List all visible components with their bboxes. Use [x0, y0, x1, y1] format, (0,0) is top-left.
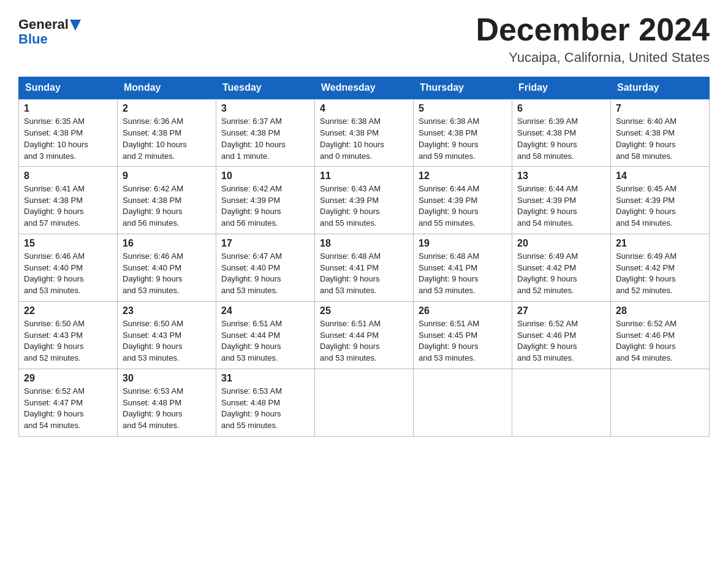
day-number: 9 [123, 170, 211, 182]
calendar-cell: 17Sunrise: 6:47 AMSunset: 4:40 PMDayligh… [216, 234, 315, 301]
day-info: Sunrise: 6:52 AMSunset: 4:46 PMDaylight:… [616, 318, 704, 364]
day-info: Sunrise: 6:50 AMSunset: 4:43 PMDaylight:… [123, 318, 211, 364]
calendar-cell [414, 369, 512, 436]
day-info: Sunrise: 6:45 AMSunset: 4:39 PMDaylight:… [616, 183, 704, 229]
calendar-cell: 16Sunrise: 6:46 AMSunset: 4:40 PMDayligh… [118, 234, 216, 301]
day-info: Sunrise: 6:47 AMSunset: 4:40 PMDaylight:… [221, 251, 309, 297]
calendar-cell: 26Sunrise: 6:51 AMSunset: 4:45 PMDayligh… [414, 301, 512, 369]
day-number: 5 [419, 103, 507, 114]
day-number: 10 [221, 170, 309, 182]
day-info: Sunrise: 6:36 AMSunset: 4:38 PMDaylight:… [123, 116, 211, 162]
day-info: Sunrise: 6:46 AMSunset: 4:40 PMDaylight:… [123, 251, 211, 297]
day-info: Sunrise: 6:52 AMSunset: 4:47 PMDaylight:… [24, 386, 112, 432]
day-info: Sunrise: 6:42 AMSunset: 4:38 PMDaylight:… [123, 183, 211, 229]
weekday-header-thursday: Thursday [414, 77, 512, 99]
day-info: Sunrise: 6:53 AMSunset: 4:48 PMDaylight:… [221, 386, 309, 432]
logo-blue: Blue [18, 32, 48, 47]
calendar-cell: 30Sunrise: 6:53 AMSunset: 4:48 PMDayligh… [118, 369, 216, 436]
day-number: 8 [24, 170, 112, 182]
day-number: 28 [616, 305, 704, 316]
day-number: 16 [123, 238, 211, 249]
day-number: 31 [221, 373, 309, 384]
calendar-cell: 15Sunrise: 6:46 AMSunset: 4:40 PMDayligh… [19, 234, 118, 301]
day-number: 27 [517, 305, 605, 316]
day-number: 11 [320, 170, 408, 182]
month-title: December 2024 [476, 12, 710, 47]
calendar-cell: 31Sunrise: 6:53 AMSunset: 4:48 PMDayligh… [216, 369, 315, 436]
calendar-cell: 9Sunrise: 6:42 AMSunset: 4:38 PMDaylight… [118, 166, 216, 234]
calendar-cell [611, 369, 710, 436]
calendar-cell: 28Sunrise: 6:52 AMSunset: 4:46 PMDayligh… [611, 301, 710, 369]
week-row-2: 8Sunrise: 6:41 AMSunset: 4:38 PMDaylight… [19, 166, 710, 234]
calendar-cell: 2Sunrise: 6:36 AMSunset: 4:38 PMDaylight… [118, 99, 216, 166]
day-number: 26 [419, 305, 507, 316]
calendar-cell: 29Sunrise: 6:52 AMSunset: 4:47 PMDayligh… [19, 369, 118, 436]
day-number: 17 [221, 238, 309, 249]
logo: General Blue [18, 17, 81, 47]
calendar-cell: 21Sunrise: 6:49 AMSunset: 4:42 PMDayligh… [611, 234, 710, 301]
day-info: Sunrise: 6:44 AMSunset: 4:39 PMDaylight:… [517, 183, 605, 229]
day-number: 13 [517, 170, 605, 182]
day-info: Sunrise: 6:53 AMSunset: 4:48 PMDaylight:… [123, 386, 211, 432]
weekday-header-row: SundayMondayTuesdayWednesdayThursdayFrid… [19, 77, 710, 99]
calendar-cell [512, 369, 611, 436]
calendar-cell: 12Sunrise: 6:44 AMSunset: 4:39 PMDayligh… [414, 166, 512, 234]
day-info: Sunrise: 6:51 AMSunset: 4:45 PMDaylight:… [419, 318, 507, 364]
calendar-cell: 25Sunrise: 6:51 AMSunset: 4:44 PMDayligh… [315, 301, 414, 369]
calendar-cell: 22Sunrise: 6:50 AMSunset: 4:43 PMDayligh… [19, 301, 118, 369]
calendar-cell [315, 369, 414, 436]
day-number: 14 [616, 170, 704, 182]
week-row-4: 22Sunrise: 6:50 AMSunset: 4:43 PMDayligh… [19, 301, 710, 369]
calendar-cell: 18Sunrise: 6:48 AMSunset: 4:41 PMDayligh… [315, 234, 414, 301]
day-info: Sunrise: 6:38 AMSunset: 4:38 PMDaylight:… [419, 116, 507, 162]
weekday-header-saturday: Saturday [611, 77, 710, 99]
day-info: Sunrise: 6:51 AMSunset: 4:44 PMDaylight:… [221, 318, 309, 364]
day-number: 30 [123, 373, 211, 384]
day-number: 1 [24, 103, 112, 114]
day-number: 12 [419, 170, 507, 182]
calendar-cell: 1Sunrise: 6:35 AMSunset: 4:38 PMDaylight… [19, 99, 118, 166]
day-info: Sunrise: 6:51 AMSunset: 4:44 PMDaylight:… [320, 318, 408, 364]
calendar-cell: 8Sunrise: 6:41 AMSunset: 4:38 PMDaylight… [19, 166, 118, 234]
calendar-cell: 24Sunrise: 6:51 AMSunset: 4:44 PMDayligh… [216, 301, 315, 369]
calendar-cell: 14Sunrise: 6:45 AMSunset: 4:39 PMDayligh… [611, 166, 710, 234]
day-number: 15 [24, 238, 112, 249]
weekday-header-sunday: Sunday [19, 77, 118, 99]
calendar-cell: 11Sunrise: 6:43 AMSunset: 4:39 PMDayligh… [315, 166, 414, 234]
calendar-cell: 23Sunrise: 6:50 AMSunset: 4:43 PMDayligh… [118, 301, 216, 369]
calendar-cell: 7Sunrise: 6:40 AMSunset: 4:38 PMDaylight… [611, 99, 710, 166]
day-info: Sunrise: 6:41 AMSunset: 4:38 PMDaylight:… [24, 183, 112, 229]
weekday-header-monday: Monday [118, 77, 216, 99]
location-title: Yucaipa, California, United States [476, 50, 710, 66]
day-info: Sunrise: 6:42 AMSunset: 4:39 PMDaylight:… [221, 183, 309, 229]
day-info: Sunrise: 6:43 AMSunset: 4:39 PMDaylight:… [320, 183, 408, 229]
day-number: 21 [616, 238, 704, 249]
calendar-cell: 6Sunrise: 6:39 AMSunset: 4:38 PMDaylight… [512, 99, 611, 166]
day-info: Sunrise: 6:37 AMSunset: 4:38 PMDaylight:… [221, 116, 309, 162]
calendar-cell: 27Sunrise: 6:52 AMSunset: 4:46 PMDayligh… [512, 301, 611, 369]
day-info: Sunrise: 6:44 AMSunset: 4:39 PMDaylight:… [419, 183, 507, 229]
day-number: 4 [320, 103, 408, 114]
day-number: 24 [221, 305, 309, 316]
weekday-header-friday: Friday [512, 77, 611, 99]
day-info: Sunrise: 6:48 AMSunset: 4:41 PMDaylight:… [419, 251, 507, 297]
calendar-cell: 19Sunrise: 6:48 AMSunset: 4:41 PMDayligh… [414, 234, 512, 301]
calendar-cell: 5Sunrise: 6:38 AMSunset: 4:38 PMDaylight… [414, 99, 512, 166]
day-info: Sunrise: 6:46 AMSunset: 4:40 PMDaylight:… [24, 251, 112, 297]
day-info: Sunrise: 6:40 AMSunset: 4:38 PMDaylight:… [616, 116, 704, 162]
calendar-cell: 20Sunrise: 6:49 AMSunset: 4:42 PMDayligh… [512, 234, 611, 301]
weekday-header-wednesday: Wednesday [315, 77, 414, 99]
title-area: December 2024 Yucaipa, California, Unite… [476, 12, 710, 66]
day-info: Sunrise: 6:38 AMSunset: 4:38 PMDaylight:… [320, 116, 408, 162]
svg-marker-0 [70, 20, 81, 31]
header: General Blue December 2024 Yucaipa, Cali… [18, 12, 710, 66]
day-info: Sunrise: 6:49 AMSunset: 4:42 PMDaylight:… [616, 251, 704, 297]
calendar-cell: 10Sunrise: 6:42 AMSunset: 4:39 PMDayligh… [216, 166, 315, 234]
calendar-cell: 3Sunrise: 6:37 AMSunset: 4:38 PMDaylight… [216, 99, 315, 166]
day-info: Sunrise: 6:48 AMSunset: 4:41 PMDaylight:… [320, 251, 408, 297]
day-number: 3 [221, 103, 309, 114]
calendar-table: SundayMondayTuesdayWednesdayThursdayFrid… [18, 77, 710, 437]
day-number: 19 [419, 238, 507, 249]
day-number: 23 [123, 305, 211, 316]
day-number: 22 [24, 305, 112, 316]
